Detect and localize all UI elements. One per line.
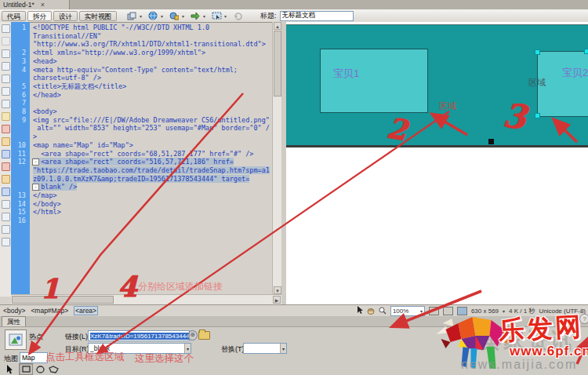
document-tab-title: Untitled-1*	[3, 1, 34, 9]
live-view-button[interactable]: 实时视图	[79, 11, 117, 21]
window-size-value[interactable]: 630 x 569	[471, 308, 499, 315]
highlight-invalid-code-icon[interactable]	[2, 125, 10, 133]
hotspot-label: 热点	[29, 332, 43, 342]
target-value: _blank	[90, 344, 110, 352]
dropdown-arrow: ▾	[161, 13, 163, 19]
collapse-selection-icon[interactable]	[2, 62, 10, 71]
code-line[interactable]: 14</body>	[11, 200, 272, 209]
code-line-selected[interactable]: 12 <area shape="rect" coords="516,57,721…	[11, 158, 272, 191]
target-dropdown[interactable]: _blank ▾	[88, 343, 191, 354]
selection-handle[interactable]	[535, 49, 540, 55]
tag-selector: <body> <map#Map> <area>	[3, 307, 98, 315]
hotspot-area-1[interactable]: 宝贝1	[320, 49, 428, 113]
alt-dropdown[interactable]: ▾	[243, 343, 287, 354]
code-line[interactable]: 13</map>	[11, 191, 272, 200]
oval-hotspot-tool[interactable]	[33, 363, 47, 375]
recent-snippets-icon[interactable]	[2, 188, 10, 196]
code-line[interactable]: 11 <area shape="rect" coords="68,51,287,…	[11, 150, 272, 158]
document-title-input[interactable]	[280, 11, 354, 21]
tablet-size-icon[interactable]	[443, 307, 453, 315]
file-management-icon[interactable]	[126, 11, 137, 21]
code-line[interactable]: 7	[11, 99, 272, 107]
outdent-code-icon[interactable]	[2, 225, 10, 234]
hotspot-icon	[9, 333, 23, 346]
code-view-button[interactable]: 代码	[2, 11, 26, 21]
map-name-input[interactable]	[20, 352, 48, 363]
indent-code-icon[interactable]	[2, 213, 10, 221]
move-css-icon[interactable]	[2, 200, 10, 209]
polygon-hotspot-tool[interactable]	[46, 363, 60, 375]
collapse-full-tag-icon[interactable]	[2, 49, 10, 58]
scroll-down-icon[interactable]: ▼	[274, 286, 281, 294]
code-line[interactable]: 3<head>	[11, 57, 272, 66]
code-line[interactable]: 9<img src="file:///E|/DW/Adobe Dreamweav…	[11, 116, 272, 141]
selection-handle[interactable]	[584, 49, 588, 54]
format-source-icon[interactable]	[2, 238, 10, 246]
code-line[interactable]: 6</head>	[11, 91, 272, 100]
document-tab[interactable]: Untitled-1* ×	[0, 0, 70, 9]
visual-aids-icon[interactable]	[211, 11, 222, 21]
browse-folder-icon[interactable]	[198, 331, 210, 340]
code-line[interactable]: 16	[11, 217, 272, 225]
hotspot-thumbnail-button[interactable]	[5, 329, 27, 350]
check-browser-compat-icon[interactable]	[169, 11, 180, 21]
show-code-navigator-icon[interactable]	[2, 37, 10, 46]
tab-properties[interactable]: 属性	[2, 316, 26, 326]
point-to-file-icon[interactable]: ⊕	[187, 330, 198, 340]
code-line[interactable]: 10<map name="Map" id="Map">	[11, 141, 272, 150]
tag-map[interactable]: <map#Map>	[31, 307, 68, 315]
tag-body[interactable]: <body>	[3, 307, 25, 315]
dropdown-arrow: ▾	[140, 13, 142, 19]
validate-markup-icon[interactable]	[190, 11, 201, 21]
select-parent-tag-icon[interactable]	[2, 87, 10, 96]
link-value-selected: XzK7&tradeID=1956171378543444	[90, 333, 190, 340]
code-view[interactable]: 1<!DOCTYPE html PUBLIC "-//W3C//DTD XHTM…	[11, 24, 272, 225]
link-label: 链接(L)	[65, 332, 88, 342]
balance-braces-icon[interactable]	[2, 100, 10, 108]
chevron-down-icon: ▾	[503, 308, 505, 314]
hand-tool-icon[interactable]	[367, 307, 375, 316]
desktop-size-icon[interactable]	[457, 307, 467, 315]
title-label: 标题:	[260, 11, 277, 21]
collapse-icon[interactable]	[32, 158, 39, 166]
code-horizontal-scrollbar[interactable]: ▶	[11, 294, 281, 305]
expand-all-icon[interactable]	[2, 75, 10, 83]
dropdown-arrow: ▾	[224, 13, 227, 19]
zoom-tool-icon[interactable]	[379, 307, 387, 316]
wrap-tag-icon[interactable]	[2, 175, 10, 184]
pointer-hotspot-tool[interactable]	[2, 363, 16, 375]
scrollbar-thumb[interactable]	[274, 31, 281, 96]
tag-area-selected[interactable]: <area>	[74, 306, 98, 315]
apply-comment-icon[interactable]	[2, 150, 10, 158]
collapse-icon[interactable]	[32, 184, 39, 191]
image-map-canvas[interactable]: 宝贝1 区域 宝贝2 区域	[286, 24, 588, 147]
syntax-error-alerts-icon[interactable]	[2, 137, 10, 146]
line-numbers-icon[interactable]	[2, 112, 10, 121]
code-line[interactable]: 15</html>	[11, 208, 272, 217]
rectangular-hotspot-tool[interactable]	[19, 363, 33, 375]
mobile-size-icon[interactable]	[429, 307, 439, 315]
open-documents-icon[interactable]	[2, 24, 10, 33]
code-line[interactable]: 8<body>	[11, 107, 272, 116]
select-tool-icon[interactable]	[357, 306, 363, 316]
preview-in-browser-icon[interactable]	[147, 11, 158, 21]
image-resize-handle[interactable]	[488, 139, 494, 144]
selection-handle[interactable]	[535, 113, 540, 118]
properties-panel: 属性 热点 链接(L) XzK7&tradeID=195617137854344…	[0, 316, 588, 375]
design-view[interactable]: 宝贝1 区域 宝贝2 区域	[286, 22, 588, 304]
scroll-right-icon[interactable]: ▶	[273, 296, 281, 304]
code-line[interactable]: 4<meta http-equiv="Content-Type" content…	[11, 66, 272, 82]
code-line[interactable]: 5<title>无标题文档</title>	[11, 82, 272, 91]
code-line[interactable]: 2<html xmlns="http://www.w3.org/1999/xht…	[11, 49, 272, 57]
chevron-down-icon: ▾	[184, 344, 191, 353]
remove-comment-icon[interactable]	[2, 162, 10, 171]
magnification-select[interactable]: 100%▾	[390, 306, 425, 316]
target-label: 目标(R)	[65, 344, 89, 355]
scrollbar-thumb[interactable]	[12, 296, 114, 304]
link-input[interactable]: XzK7&tradeID=1956171378543444	[88, 330, 190, 341]
design-view-button[interactable]: 设计	[53, 11, 78, 21]
close-icon[interactable]: ×	[41, 2, 45, 9]
split-view-button[interactable]: 拆分	[27, 11, 52, 21]
code-line[interactable]: 1<!DOCTYPE html PUBLIC "-//W3C//DTD XHTM…	[11, 24, 272, 49]
scroll-up-icon[interactable]: ▲	[274, 22, 281, 30]
